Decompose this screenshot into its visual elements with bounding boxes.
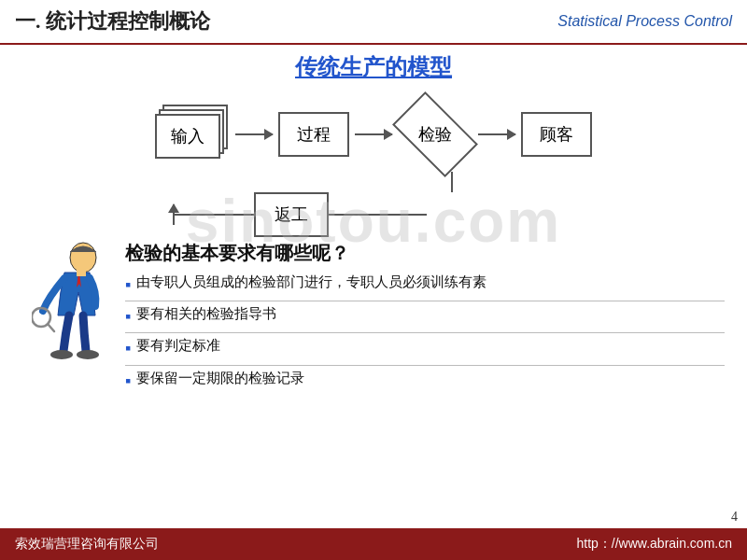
question-title: 检验的基本要求有哪些呢？ [125, 241, 725, 266]
bullet-text-1: 由专职人员组成的检验部门进行，专职人员必须训练有素 [136, 273, 486, 291]
svg-point-3 [50, 350, 73, 359]
svg-rect-5 [77, 269, 86, 276]
footer-company: 索效瑞营理咨询有限公司 [15, 536, 159, 553]
slide-title: 传统生产的模型 [22, 52, 725, 82]
arrow-input-process [235, 133, 273, 135]
process-node: 过程 [278, 112, 349, 157]
arrow-process-inspection [355, 133, 392, 135]
question-content: 检验的基本要求有哪些呢？ ▪ 由专职人员组成的检验部门进行，专职人员必须训练有素… [116, 241, 725, 400]
bullet-item-3: ▪ 要有判定标准 [125, 337, 725, 365]
footer: 索效瑞营理咨询有限公司 http：//www.abrain.com.cn [0, 528, 747, 560]
v-down-line [451, 172, 453, 192]
flowchart: 输入 过程 检验 顾客 [22, 97, 725, 237]
customer-node: 顾客 [521, 112, 592, 157]
section-number: 一. [15, 9, 41, 33]
question-section: 检验的基本要求有哪些呢？ ▪ 由专职人员组成的检验部门进行，专职人员必须训练有素… [22, 241, 725, 400]
main-content: 传统生产的模型 输入 过程 检验 [0, 45, 747, 400]
rework-node: 返工 [254, 192, 329, 237]
footer-website: http：//www.abrain.com.cn [576, 536, 732, 553]
section-title: 统计过程控制概论 [46, 9, 210, 33]
svg-line-2 [48, 324, 54, 331]
header-title: 一. 统计过程控制概论 [15, 7, 210, 35]
bullet-item-1: ▪ 由专职人员组成的检验部门进行，专职人员必须训练有素 [125, 273, 725, 301]
rework-section: 返工 [173, 172, 574, 237]
rework-row: 返工 [173, 192, 574, 237]
page-number: 4 [731, 510, 738, 525]
bullet-text-3: 要有判定标准 [136, 337, 220, 355]
inspection-node: 检验 [398, 97, 472, 172]
man-figure [32, 241, 116, 400]
input-label: 输入 [155, 114, 220, 159]
arrow-inspection-customer [478, 133, 515, 135]
svg-point-4 [77, 350, 99, 359]
v-up-line [173, 204, 175, 225]
bullet-text-2: 要有相关的检验指导书 [136, 305, 276, 323]
flow-top-row: 输入 过程 检验 顾客 [155, 97, 592, 172]
header-subtitle: Statistical Process Control [557, 13, 732, 30]
bullet-item-2: ▪ 要有相关的检验指导书 [125, 305, 725, 333]
slide-header: 一. 统计过程控制概论 Statistical Process Control [0, 0, 747, 45]
input-node: 输入 [155, 105, 230, 165]
bullet-text-4: 要保留一定期限的检验记录 [136, 370, 304, 387]
bullet-item-4: ▪ 要保留一定期限的检验记录 [125, 370, 725, 397]
